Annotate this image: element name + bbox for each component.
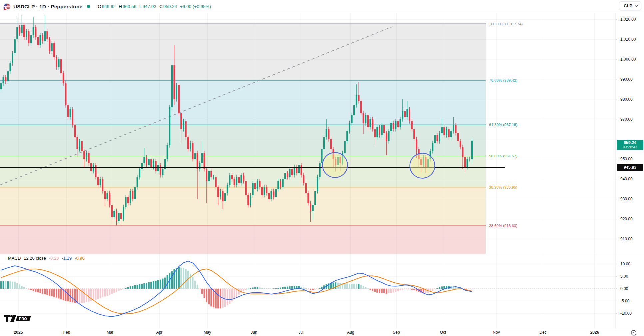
time-axis-month-label: Jun [251,330,257,335]
candle [436,135,438,141]
candle [453,125,454,131]
macd-histogram-bar [370,289,371,290]
candle [450,131,452,137]
candle [471,141,473,159]
candle [215,177,217,187]
candle [365,115,367,123]
macd-histogram-bar [65,289,67,301]
candle [307,193,309,203]
candle [250,195,251,205]
macd-histogram-bar [210,289,212,306]
macd-histogram-bar [443,286,445,289]
candle [439,133,440,141]
chart-header: USDCLP · 1D · Pepperstone O 949.92 H 960… [0,0,644,13]
candle [113,211,115,217]
fib-level-label: 100.00% (1,017.74) [489,22,523,26]
candle [157,165,159,171]
macd-histogram-bar [277,288,279,289]
time-axis-year-label: 2025 [14,330,23,335]
macd-histogram-bar [157,280,159,289]
candle [257,181,258,189]
last-price-badge[interactable]: 959.24 03:28:43 [617,140,643,150]
macd-histogram-bar [271,289,272,289]
candle [234,179,235,185]
macd-histogram-bar [111,289,113,294]
time-axis-month-label: May [204,330,211,335]
macd-histogram-bar [208,289,210,304]
price-axis-label: 1,010.00 [620,37,636,42]
macd-histogram-bar [16,283,18,289]
candle [160,165,161,175]
time-axis-month-label: Oct [440,330,446,335]
macd-histogram-bar [376,289,378,293]
macd-histogram-bar [220,289,221,308]
macd-histogram-bar [257,287,258,289]
fib-zone [0,24,486,81]
candle [460,141,461,147]
macd-histogram-bar [46,289,48,295]
macd-histogram-bar [413,289,415,290]
macd-histogram-bar [383,289,385,293]
low-value: 947.92 [143,4,156,9]
ohlc-readout: O 949.92 H 960.56 L 947.92 C 959.24 +9.0… [95,4,211,9]
candle [118,213,120,221]
candle [134,187,136,199]
macd-histogram-bar [185,269,187,289]
circle-annotation[interactable] [410,153,435,178]
macd-histogram-bar [358,284,360,289]
macd-histogram-bar [53,289,55,297]
candle [360,101,362,113]
candle [390,123,392,131]
candle [462,147,464,157]
candle [9,63,11,71]
macd-histogram-bar [310,289,311,290]
candle [21,25,23,33]
macd-histogram-bar [243,289,244,291]
time-axis[interactable]: 2025FebMarAprMayJunJulAugSepOctNovDec202… [0,329,644,336]
macd-histogram-bar [143,283,145,289]
candle [153,161,154,167]
fib-level-label: 23.60% (916.63) [489,224,517,228]
macd-histogram-bar [317,289,318,289]
macd-histogram-bar [37,289,39,292]
horizontal-line-price-badge[interactable]: 945.83 [617,164,643,171]
candle [120,213,122,219]
macd-histogram-bar [344,283,346,289]
candle [139,169,141,177]
candle [328,129,330,139]
candle [79,141,80,149]
tradingview-logo[interactable]: PRO [4,314,31,324]
fib-level-label: 38.20% (935.95) [489,185,517,189]
macd-histogram-bar [206,289,207,302]
circle-annotation[interactable] [323,153,348,178]
symbol-title[interactable]: USDCLP · 1D · Pepperstone [13,4,82,10]
macd-histogram-bar [252,288,254,289]
chart-canvas[interactable]: 100.00% (1,017.74)78.60% (989.42)61.80% … [0,0,644,336]
macd-histogram-bar [104,289,106,297]
candle [227,185,228,193]
macd-histogram-bar [314,289,316,290]
candle [95,165,97,177]
currency-unit-button[interactable]: CLP [619,1,641,10]
macd-indicator-title[interactable]: MACD [8,256,21,261]
macd-histogram-bar [171,271,173,289]
candle [137,177,138,187]
candle [321,149,323,163]
pro-badge-label: PRO [19,317,27,321]
macd-histogram-bar [9,281,11,289]
macd-legend[interactable]: MACD 12 26 close -0.23 -1.19 -0.96 [8,256,85,261]
candle [229,175,231,185]
macd-histogram-bar [264,288,265,289]
macd-histogram-bar [118,289,120,291]
candle [261,187,263,195]
time-axis-settings-gear-icon[interactable] [631,330,637,336]
candle [351,115,353,123]
price-axis-label: 950.00 [620,157,633,161]
macd-histogram-bar [397,289,399,291]
macd-histogram-bar [40,289,41,293]
macd-histogram-bar [307,289,309,289]
candle [353,105,355,115]
fib-level-label: 61.80% (967.18) [489,123,517,127]
candle [238,177,240,183]
candle [326,129,327,137]
